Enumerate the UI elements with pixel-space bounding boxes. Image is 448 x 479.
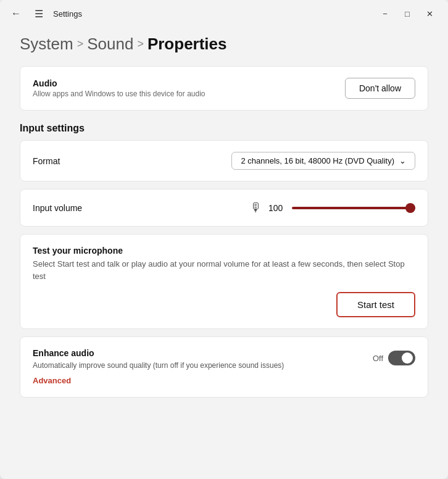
volume-controls: 🎙 100 — [250, 201, 415, 215]
volume-slider[interactable] — [292, 207, 415, 209]
breadcrumb-system: System — [20, 35, 73, 54]
titlebar-controls: − □ ✕ — [376, 7, 438, 20]
titlebar-title: Settings — [53, 9, 82, 19]
test-button-row: Start test — [33, 292, 415, 317]
close-button[interactable]: ✕ — [421, 7, 438, 20]
enhance-card: Enhance audio Automatically improve soun… — [20, 336, 428, 398]
breadcrumb-properties: Properties — [147, 35, 227, 54]
test-description: Select Start test and talk or play audio… — [33, 258, 415, 282]
titlebar-left: ← ☰ Settings — [7, 7, 82, 21]
content-area: System > Sound > Properties Audio Allow … — [0, 25, 448, 479]
audio-card-text: Audio Allow apps and Windows to use this… — [33, 78, 205, 98]
advanced-link[interactable]: Advanced — [33, 376, 71, 385]
enhance-right: Off — [373, 351, 415, 365]
volume-row: Input volume 🎙 100 — [20, 190, 428, 226]
volume-value: 100 — [268, 203, 286, 213]
volume-card: Input volume 🎙 100 — [20, 189, 428, 227]
audio-card: Audio Allow apps and Windows to use this… — [20, 66, 428, 110]
settings-window: ← ☰ Settings − □ ✕ System > Sound > Prop… — [0, 0, 448, 479]
microphone-icon: 🎙 — [250, 201, 262, 215]
enhance-toggle[interactable] — [388, 351, 415, 365]
format-card: Format 2 channels, 16 bit, 48000 Hz (DVD… — [20, 140, 428, 181]
dont-allow-button[interactable]: Don't allow — [345, 78, 415, 99]
minimize-button[interactable]: − — [376, 7, 394, 20]
maximize-button[interactable]: □ — [399, 7, 416, 20]
enhance-title: Enhance audio — [33, 348, 358, 358]
enhance-off-label: Off — [373, 354, 383, 363]
start-test-button[interactable]: Start test — [336, 292, 415, 317]
format-label: Format — [33, 156, 60, 166]
titlebar: ← ☰ Settings − □ ✕ — [0, 0, 448, 25]
audio-label: Audio — [33, 78, 205, 88]
format-row: Format 2 channels, 16 bit, 48000 Hz (DVD… — [20, 141, 428, 181]
enhance-description: Automatically improve sound quality (tur… — [33, 360, 358, 371]
format-select[interactable]: 2 channels, 16 bit, 48000 Hz (DVD Qualit… — [231, 152, 415, 170]
volume-label: Input volume — [33, 203, 82, 213]
audio-card-row: Audio Allow apps and Windows to use this… — [20, 67, 428, 110]
enhance-row: Enhance audio Automatically improve soun… — [20, 337, 428, 397]
toggle-slider — [388, 351, 415, 365]
input-settings-title: Input settings — [20, 123, 428, 134]
back-button[interactable]: ← — [7, 7, 25, 20]
breadcrumb-chevron1: > — [77, 38, 84, 51]
hamburger-button[interactable]: ☰ — [31, 7, 47, 21]
breadcrumb-chevron2: > — [137, 38, 144, 51]
test-mic-card: Test your microphone Select Start test a… — [20, 234, 428, 329]
chevron-down-icon: ⌄ — [399, 156, 406, 165]
audio-sublabel: Allow apps and Windows to use this devic… — [33, 90, 205, 98]
test-section: Test your microphone Select Start test a… — [20, 235, 428, 328]
format-value: 2 channels, 16 bit, 48000 Hz (DVD Qualit… — [241, 156, 394, 165]
breadcrumb: System > Sound > Properties — [20, 35, 428, 54]
test-title: Test your microphone — [33, 246, 415, 256]
breadcrumb-sound: Sound — [87, 35, 133, 54]
enhance-text: Enhance audio Automatically improve soun… — [33, 348, 373, 386]
